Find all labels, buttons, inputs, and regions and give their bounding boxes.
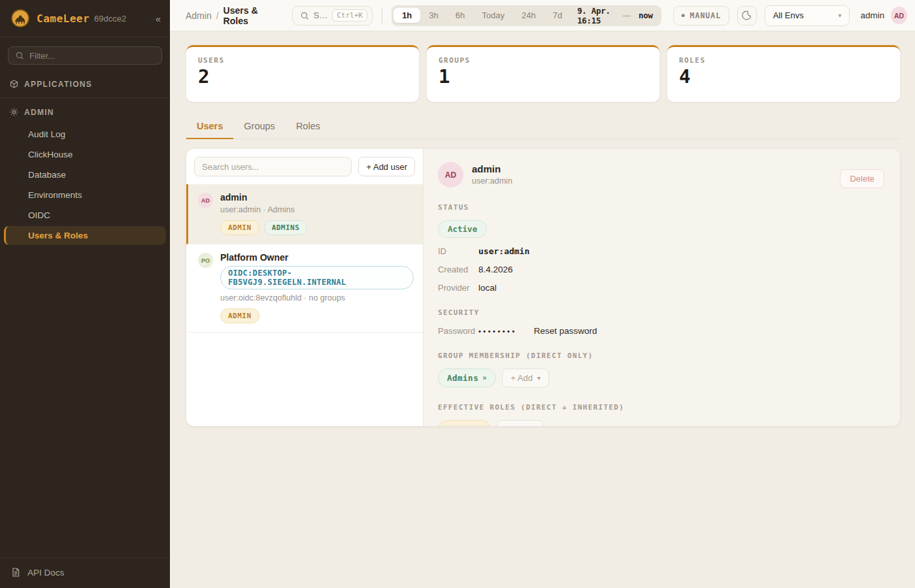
time-range-from[interactable]: 9. Apr. 16:15 — [571, 6, 622, 25]
breadcrumb-parent[interactable]: Admin — [186, 10, 212, 21]
group-chip-admins[interactable]: Admins × — [438, 368, 496, 387]
add-group-label: + Add — [510, 373, 533, 383]
add-role-label: + Add — [505, 425, 527, 426]
api-docs-link[interactable]: API Docs — [0, 557, 170, 588]
sidebar-section-applications[interactable]: APPLICATIONS — [0, 73, 170, 95]
divider — [382, 8, 382, 24]
add-user-button[interactable]: + Add user — [358, 157, 415, 176]
tab-groups[interactable]: Groups — [233, 116, 286, 139]
role-chip-label: ADMIN — [447, 425, 473, 426]
sidebar-item-oidc[interactable]: OIDC — [4, 206, 166, 225]
user-avatar[interactable]: AD — [891, 7, 907, 24]
group-badge: ADMINS — [264, 220, 308, 235]
avatar: PO — [198, 253, 213, 268]
refresh-mode-label: MANUAL — [690, 11, 722, 20]
info-value: local — [478, 283, 497, 293]
status-dot-icon: ● — [682, 12, 686, 18]
time-range-6h[interactable]: 6h — [447, 8, 473, 23]
search-icon — [300, 11, 309, 20]
sidebar-collapse-icon[interactable]: « — [156, 13, 161, 24]
time-range-to[interactable]: now — [632, 10, 659, 20]
sidebar: CameLeer 69dcce2 « APPLICATIONS ADMIN Au… — [0, 0, 170, 588]
add-role-button[interactable]: + Add ▾ — [497, 420, 544, 426]
dark-mode-toggle[interactable] — [737, 6, 757, 25]
remove-icon[interactable]: × — [482, 374, 487, 382]
sidebar-item-database[interactable]: Database — [4, 165, 166, 184]
tab-roles[interactable]: Roles — [286, 116, 331, 139]
avatar: AD — [198, 193, 213, 208]
topbar: Admin / Users & Roles S… Ctrl+K 1h 3h 6h… — [170, 0, 915, 31]
add-group-button[interactable]: + Add ▾ — [502, 368, 549, 387]
app-logo-camel-icon — [10, 8, 30, 28]
user-list-item-admin[interactable]: AD admin user:admin · Admins ADMIN ADMIN… — [186, 184, 423, 244]
api-docs-label: API Docs — [27, 568, 64, 578]
app-title: CameLeer — [37, 12, 90, 25]
sidebar-item-environments[interactable]: Environments — [4, 186, 166, 204]
time-range-1h[interactable]: 1h — [393, 8, 420, 23]
time-range-7d[interactable]: 7d — [544, 8, 571, 23]
reset-password-button[interactable]: Reset password — [534, 326, 597, 336]
groups-section-title: GROUP MEMBERSHIP (DIRECT ONLY) — [438, 351, 886, 360]
roles-section-title: EFFECTIVE ROLES (DIRECT + INHERITED) — [438, 403, 886, 412]
password-label: Password — [438, 326, 478, 336]
status-badge: Active — [438, 220, 487, 238]
info-row-id: ID user:admin — [438, 246, 886, 256]
section-label: ADMIN — [24, 108, 54, 117]
section-label: APPLICATIONS — [24, 80, 92, 89]
global-search-button[interactable]: S… Ctrl+K — [292, 6, 373, 25]
password-mask: •••••••• — [478, 327, 517, 335]
user-detail: AD admin user:admin Delete STATUS Active… — [424, 149, 900, 426]
time-range-3h[interactable]: 3h — [420, 8, 446, 23]
sidebar-nav: Audit Log ClickHouse Database Environmen… — [0, 123, 170, 247]
time-range-control: 1h 3h 6h Today 24h 7d 9. Apr. 16:15 — no… — [391, 5, 661, 26]
stat-label: GROUPS — [439, 56, 648, 65]
oidc-provider-badge: OIDC:DESKTOP-FB5VGJ9.SIEGELN.INTERNAL — [220, 266, 414, 289]
detail-user-id: user:admin — [472, 176, 512, 186]
search-label: S… — [314, 10, 328, 20]
time-range-dash: — — [622, 11, 632, 20]
stats-cards: USERS 2 GROUPS 1 ROLES 4 — [186, 45, 900, 102]
stat-card-roles: ROLES 4 — [667, 45, 900, 102]
environment-select[interactable]: All Envs ▾ — [765, 5, 850, 26]
avatar: AD — [438, 162, 463, 188]
sidebar-filter-input[interactable] — [29, 51, 155, 61]
role-badge: ADMIN — [220, 220, 259, 235]
refresh-mode-button[interactable]: ● MANUAL — [673, 6, 729, 25]
build-id: 69dcce2 — [94, 14, 126, 24]
sidebar-item-audit-log[interactable]: Audit Log — [4, 125, 166, 144]
delete-user-button[interactable]: Delete — [840, 169, 884, 188]
main-content: USERS 2 GROUPS 1 ROLES 4 Users Groups Ro… — [170, 31, 915, 588]
info-value: user:admin — [478, 246, 529, 256]
password-row: Password •••••••• Reset password — [438, 326, 886, 336]
stat-card-users: USERS 2 — [186, 45, 419, 102]
info-value: 8.4.2026 — [478, 265, 513, 274]
sidebar-filter[interactable] — [8, 46, 162, 65]
user-search-input[interactable] — [194, 157, 352, 176]
group-chip-label: Admins — [447, 373, 478, 383]
sidebar-section-admin[interactable]: ADMIN — [0, 101, 170, 123]
info-row-created: Created 8.4.2026 — [438, 265, 886, 274]
stat-value: 4 — [679, 67, 888, 86]
time-range-today[interactable]: Today — [473, 8, 513, 23]
sidebar-item-users-roles[interactable]: Users & Roles — [4, 226, 166, 245]
tab-users[interactable]: Users — [186, 116, 233, 139]
chevron-down-icon: ▾ — [537, 374, 541, 382]
time-range-24h[interactable]: 24h — [513, 8, 544, 23]
info-label: Provider — [438, 283, 478, 293]
stat-card-groups: GROUPS 1 — [427, 45, 659, 102]
environment-select-value: All Envs — [773, 10, 804, 20]
gear-icon — [9, 107, 19, 117]
stat-label: ROLES — [679, 56, 888, 65]
tab-bar: Users Groups Roles — [186, 116, 900, 139]
sidebar-header: CameLeer 69dcce2 « — [0, 0, 170, 37]
breadcrumb-separator: / — [216, 10, 219, 21]
users-panel: + Add user AD admin user:admin · Admins … — [186, 149, 900, 426]
info-label: Created — [438, 265, 478, 274]
role-chip-admin[interactable]: ADMIN × — [438, 420, 491, 426]
user-name: admin — [220, 192, 307, 203]
remove-icon[interactable]: × — [477, 425, 482, 426]
user-list-item-platform-owner[interactable]: PO Platform Owner OIDC:DESKTOP-FB5VGJ9.S… — [186, 244, 423, 333]
sidebar-item-clickhouse[interactable]: ClickHouse — [4, 145, 166, 164]
chevron-down-icon: ▾ — [838, 12, 841, 19]
info-row-provider: Provider local — [438, 283, 886, 293]
